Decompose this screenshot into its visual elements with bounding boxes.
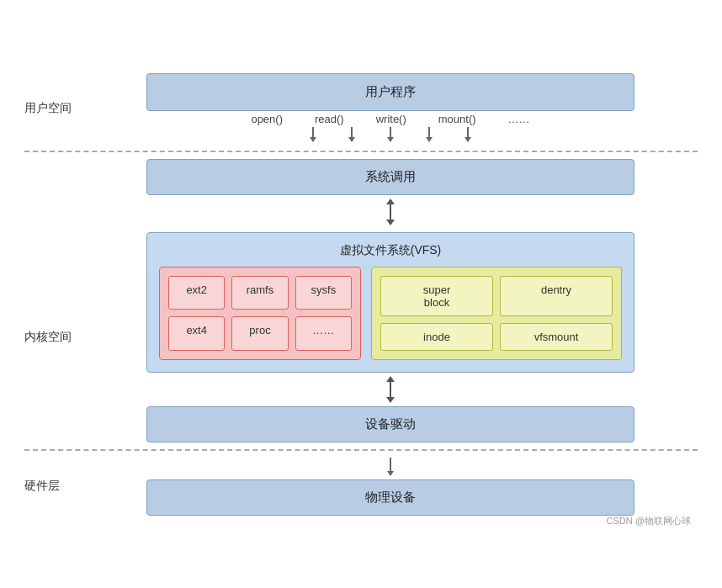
arrow-vfs-driver — [386, 376, 395, 403]
fs-cell-ext2: ext2 — [168, 276, 225, 310]
vfs-inner: ext2 ramfs sysfs ext4 proc …… super bloc… — [159, 267, 622, 360]
fs-cell-sysfs: sysfs — [295, 276, 352, 310]
fs-cell-proc: proc — [231, 316, 288, 351]
kernel-space-label: 内核空间 — [24, 330, 83, 345]
obj-cell-dentry: dentry — [500, 276, 613, 316]
vfs-title: 虚拟文件系统(VFS) — [159, 243, 622, 258]
arrow-syscall-vfs — [386, 199, 395, 225]
syscall-label-write: write() — [376, 113, 406, 125]
fs-cell-more: …… — [295, 316, 352, 351]
hardware-box: 物理设备 — [146, 479, 634, 516]
obj-cell-inode: inode — [380, 323, 493, 351]
user-app-box: 用户程序 — [146, 73, 634, 111]
arrow-more — [465, 127, 471, 142]
fs-cell-ramfs: ramfs — [231, 276, 288, 310]
syscall-label-open: open() — [251, 113, 283, 125]
watermark: CSDN @物联网心球 — [607, 515, 691, 527]
syscall-label-read: read() — [315, 113, 344, 125]
arrow-open — [310, 127, 316, 142]
obj-cell-vfsmount: vfsmount — [500, 323, 613, 351]
syscall-box: 系统调用 — [146, 159, 634, 195]
arrow-mount — [426, 127, 433, 142]
obj-cell-superblock: super block — [380, 276, 493, 316]
driver-box: 设备驱动 — [146, 406, 634, 442]
hardware-label: 硬件层 — [24, 479, 83, 494]
fs-red-box: ext2 ramfs sysfs ext4 proc …… — [159, 267, 361, 360]
arrow-read — [348, 127, 355, 142]
syscall-label-more: …… — [508, 113, 530, 125]
obj-yellow-box: super block dentry inode vfsmount — [371, 267, 622, 360]
arrow-driver-hardware — [387, 458, 394, 476]
separator-user-kernel — [24, 151, 698, 152]
separator-kernel-hardware — [24, 449, 698, 451]
user-space-label: 用户空间 — [24, 101, 83, 116]
vfs-box: 虚拟文件系统(VFS) ext2 ramfs sysfs ext4 proc …… — [146, 232, 634, 373]
arrow-write — [387, 127, 394, 142]
arrows-to-syscall — [146, 127, 634, 142]
syscall-label-mount: mount() — [438, 113, 476, 125]
syscall-labels-row: open() read() write() mount() …… — [146, 113, 634, 125]
fs-cell-ext4: ext4 — [168, 316, 225, 351]
